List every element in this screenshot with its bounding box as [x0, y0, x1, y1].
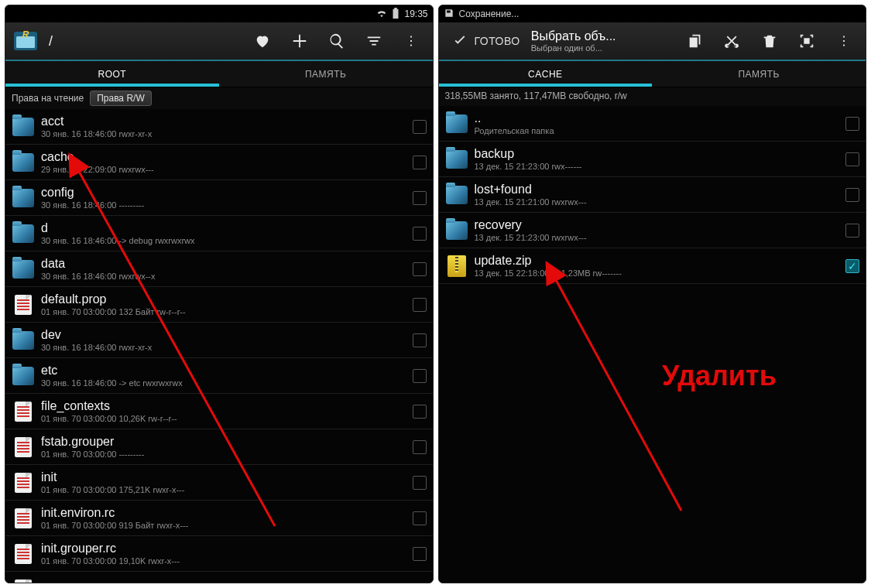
checkbox[interactable]	[413, 191, 427, 205]
file-name: update.zip	[475, 254, 840, 268]
tabs: CACHEПАМЯТЬ	[439, 61, 866, 87]
checkbox[interactable]	[413, 440, 427, 454]
cut-button[interactable]	[715, 24, 749, 58]
favorite-button[interactable]	[245, 24, 279, 58]
checkbox[interactable]	[413, 583, 427, 583]
zip-icon	[445, 255, 468, 278]
tab-cache[interactable]: CACHE	[439, 61, 653, 87]
list-item[interactable]: backup13 дек. 15 21:23:00 rwx------	[439, 142, 866, 177]
list-item[interactable]: config30 янв. 16 18:46:00 ---------	[5, 180, 433, 216]
checkbox[interactable]	[413, 511, 427, 525]
file-name: d	[41, 221, 406, 235]
status-bar: 19:35	[5, 5, 433, 22]
checkbox[interactable]	[413, 405, 427, 419]
checkbox[interactable]	[845, 224, 859, 238]
list-item[interactable]: lost+found13 дек. 15 21:21:00 rwxrwx---	[439, 177, 866, 213]
battery-icon	[392, 8, 399, 21]
tab-память[interactable]: ПАМЯТЬ	[219, 61, 433, 87]
list-item[interactable]: default.prop01 янв. 70 03:00:00 132 Байт…	[5, 287, 433, 323]
file-meta: 13 дек. 15 21:21:00 rwxrwx---	[475, 197, 840, 207]
list-item[interactable]: fstab.grouper01 янв. 70 03:00:00 -------…	[5, 429, 433, 465]
list-item[interactable]: init.grouper.rc01 янв. 70 03:00:00 19,10…	[5, 536, 433, 572]
list-item[interactable]: init.grouper.usb.rc	[5, 572, 433, 583]
file-meta: 30 янв. 16 18:46:00 -> etc rwxrwxrwx	[41, 378, 406, 388]
checkbox[interactable]	[413, 262, 427, 276]
done-label: ГОТОВО	[475, 35, 520, 47]
list-item[interactable]: init01 янв. 70 03:00:00 175,21K rwxr-x--…	[5, 465, 433, 501]
list-item[interactable]: update.zip13 дек. 15 22:18:00 311,23MB r…	[439, 248, 866, 284]
folder-icon	[12, 186, 35, 210]
file-icon	[12, 471, 35, 494]
selection-title: Выбрать объ...	[531, 29, 616, 43]
file-name: fstab.grouper	[41, 435, 406, 449]
right-device: Сохранение... ГОТОВО Выбрать объ... Выбр…	[438, 5, 867, 583]
folder-icon	[12, 115, 35, 138]
file-meta: 13 дек. 15 22:18:00 311,23MB rw-------	[475, 268, 840, 278]
file-list[interactable]: acct30 янв. 16 18:46:00 rwxr-xr-xcache29…	[5, 109, 433, 583]
tab-root[interactable]: ROOT	[5, 61, 219, 87]
search-button[interactable]	[320, 24, 354, 58]
file-list[interactable]: ..Родительская папкаbackup13 дек. 15 21:…	[439, 106, 866, 583]
tab-память[interactable]: ПАМЯТЬ	[652, 61, 866, 87]
delete-button[interactable]	[753, 24, 787, 58]
add-button[interactable]	[283, 24, 317, 58]
file-meta: 01 янв. 70 03:00:00 132 Байт rw-r--r--	[41, 307, 406, 316]
list-item[interactable]: d30 янв. 16 18:46:00 -> debug rwxrwxrwx	[5, 216, 433, 251]
file-icon	[12, 578, 35, 583]
file-icon	[12, 436, 35, 459]
list-item[interactable]: cache29 янв. 16 22:09:00 rwxrwx---	[5, 145, 433, 180]
folder-icon	[12, 258, 35, 281]
folder-icon	[445, 219, 468, 242]
overflow-button[interactable]	[394, 24, 428, 58]
checkbox[interactable]	[413, 333, 427, 347]
checkbox[interactable]	[845, 188, 859, 202]
checkbox[interactable]	[413, 476, 427, 490]
list-item[interactable]: dev30 янв. 16 18:46:00 rwxr-xr-x	[5, 323, 433, 358]
file-name: recovery	[475, 218, 840, 232]
file-meta: 29 янв. 16 22:09:00 rwxrwx---	[41, 165, 406, 174]
perms-rw-button[interactable]: Права R/W	[90, 91, 152, 106]
file-name: config	[41, 186, 406, 200]
sort-button[interactable]	[357, 24, 391, 58]
folder-icon	[12, 222, 35, 245]
list-item[interactable]: recovery13 дек. 15 21:23:00 rwxrwx---	[439, 213, 866, 248]
file-meta: 13 дек. 15 21:23:00 rwxrwx---	[475, 233, 840, 242]
list-item[interactable]: ..Родительская папка	[439, 106, 866, 142]
checkbox[interactable]	[413, 156, 427, 169]
app-logo-icon[interactable]: R	[10, 26, 41, 56]
current-path[interactable]: /	[44, 33, 53, 50]
overflow-button[interactable]	[827, 24, 861, 58]
checkbox[interactable]	[413, 369, 427, 383]
checkbox[interactable]	[845, 152, 859, 166]
file-name: acct	[41, 115, 406, 128]
checkbox[interactable]	[845, 259, 859, 273]
folder-icon	[12, 151, 35, 174]
list-item[interactable]: data30 янв. 16 18:46:00 rwxrwx--x	[5, 251, 433, 287]
storage-info: 318,55MB занято, 117,47MB свободно, r/w	[439, 87, 866, 106]
list-item[interactable]: file_contexts01 янв. 70 03:00:00 10,26K …	[5, 394, 433, 429]
file-name: data	[41, 257, 406, 271]
file-meta: 30 янв. 16 18:46:00 rwxr-xr-x	[41, 343, 406, 352]
checkbox[interactable]	[413, 298, 427, 312]
save-title-bar: Сохранение...	[439, 5, 866, 22]
checkbox[interactable]	[413, 547, 427, 561]
select-all-button[interactable]	[790, 24, 824, 58]
list-item[interactable]: etc30 янв. 16 18:46:00 -> etc rwxrwxrwx	[5, 358, 433, 394]
file-name: init.environ.rc	[41, 506, 406, 520]
file-name: init.grouper.usb.rc	[41, 582, 406, 583]
file-name: dev	[41, 328, 406, 342]
file-name: default.prop	[41, 292, 406, 306]
left-device: 19:35 R / ROOTПАМЯТЬ Права на чтение Пра…	[5, 5, 434, 583]
copy-button[interactable]	[678, 24, 712, 58]
file-name: backup	[475, 147, 840, 161]
checkbox[interactable]	[845, 117, 859, 131]
file-meta: 30 янв. 16 18:46:00 ---------	[41, 200, 406, 210]
file-meta: 01 янв. 70 03:00:00 175,21K rwxr-x---	[41, 485, 406, 494]
done-button[interactable]: ГОТОВО	[444, 32, 528, 50]
file-name: init	[41, 470, 406, 484]
checkbox[interactable]	[413, 227, 427, 241]
list-item[interactable]: init.environ.rc01 янв. 70 03:00:00 919 Б…	[5, 501, 433, 536]
list-item[interactable]: acct30 янв. 16 18:46:00 rwxr-xr-x	[5, 109, 433, 145]
file-icon	[12, 400, 35, 423]
checkbox[interactable]	[413, 120, 427, 134]
